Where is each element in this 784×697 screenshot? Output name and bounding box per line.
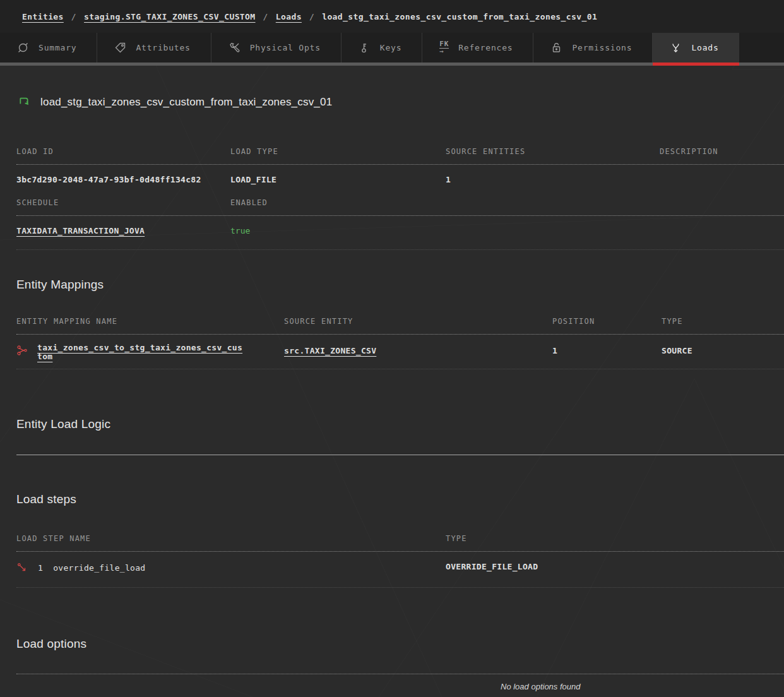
tab-physical-opts[interactable]: Physical Opts: [211, 33, 342, 63]
column-header-schedule: SCHEDULE: [16, 198, 230, 207]
breadcrumb-link-entities[interactable]: Entities: [22, 12, 64, 21]
tab-label: Attributes: [136, 43, 190, 52]
load-type-value: LOAD_FILE: [230, 175, 446, 184]
column-header-source-entities: SOURCE ENTITIES: [446, 147, 660, 156]
position-value: 1: [552, 346, 662, 361]
load-step-row: 1 override_file_load OVERRIDE_FILE_LOAD: [16, 552, 784, 588]
load-id-value: 3bc7d290-2048-47a7-93bf-0d48ff134c82: [16, 175, 230, 184]
scan-circle-icon: [17, 42, 29, 54]
tab-label: References: [458, 43, 513, 52]
tab-summary[interactable]: Summary: [0, 33, 97, 63]
wrench-icon: [229, 42, 241, 54]
column-header-source-entity: SOURCE ENTITY: [284, 317, 552, 326]
description-value: [660, 175, 784, 184]
breadcrumb-separator: /: [302, 12, 322, 21]
fk-arrow-icon: FK →: [439, 40, 449, 55]
tab-label: Loads: [691, 43, 718, 52]
load-step-index: 1: [38, 563, 43, 573]
lock-icon: [550, 42, 562, 54]
page-title: load_stg_taxi_zones_csv_custom_from_taxi…: [40, 96, 332, 109]
import-arrow-icon: [16, 93, 32, 111]
source-entities-value: 1: [446, 175, 660, 184]
breadcrumb-separator: /: [256, 12, 276, 21]
tab-label: Physical Opts: [250, 43, 321, 52]
entity-mappings-heading: Entity Mappings: [16, 278, 784, 292]
section-divider: [16, 455, 784, 455]
load-steps-table: LOAD STEP NAME TYPE 1 override_file_load…: [16, 534, 784, 588]
load-options-header-divider: [16, 674, 784, 674]
entity-mappings-table: ENTITY MAPPING NAME SOURCE ENTITY POSITI…: [16, 317, 784, 369]
active-tab-indicator: [653, 63, 739, 66]
diagonal-arrow-icon: [16, 562, 28, 573]
table-row: TAXIDATA_TRANSACTION_JOVA true: [16, 216, 784, 250]
column-header-type: TYPE: [662, 317, 784, 326]
column-header-description: DESCRIPTION: [660, 147, 784, 156]
column-header-load-id: LOAD ID: [16, 147, 230, 156]
column-header-enabled: ENABLED: [230, 198, 446, 207]
tab-label: Summary: [39, 43, 76, 52]
tab-bar: Summary Attributes Physical Opts: [0, 33, 784, 63]
load-options-heading: Load options: [16, 637, 784, 651]
breadcrumb: Entities / staging.STG_TAXI_ZONES_CSV_CU…: [0, 0, 784, 33]
column-header-load-type: LOAD TYPE: [230, 147, 446, 156]
tab-label: Keys: [380, 43, 402, 52]
tab-attributes[interactable]: Attributes: [97, 33, 211, 63]
entity-mapping-row: taxi_zones_csv_to_stg_taxi_zones_csv_cus…: [16, 335, 784, 369]
load-options-empty-message: No load options found: [501, 682, 580, 691]
entity-mapping-name-link[interactable]: taxi_zones_csv_to_stg_taxi_zones_csv_cus…: [37, 343, 247, 361]
table-row: 3bc7d290-2048-47a7-93bf-0d48ff134c82 LOA…: [16, 165, 784, 198]
enabled-value: true: [230, 226, 446, 235]
breadcrumb-separator: /: [64, 12, 84, 21]
entity-load-logic-heading: Entity Load Logic: [16, 417, 784, 431]
tab-permissions[interactable]: Permissions: [533, 33, 653, 63]
tab-keys[interactable]: Keys: [342, 33, 423, 63]
merge-down-icon: [670, 42, 682, 54]
load-step-type-value: OVERRIDE_FILE_LOAD: [446, 562, 784, 573]
column-header-load-step-name: LOAD STEP NAME: [16, 534, 446, 543]
load-details-table: LOAD ID LOAD TYPE SOURCE ENTITIES DESCRI…: [16, 147, 784, 250]
mapping-branch-icon: [16, 345, 28, 356]
schedule-link[interactable]: TAXIDATA_TRANSACTION_JOVA: [16, 226, 145, 235]
breadcrumb-link-loads[interactable]: Loads: [276, 12, 302, 21]
source-entity-link[interactable]: src.TAXI_ZONES_CSV: [284, 346, 376, 355]
column-header-entity-mapping-name: ENTITY MAPPING NAME: [16, 317, 284, 326]
tab-references[interactable]: FK → References: [422, 33, 533, 63]
load-step-name: override_file_load: [53, 563, 145, 573]
column-header-position: POSITION: [552, 317, 662, 326]
tag-icon: [114, 42, 126, 54]
tab-label: Permissions: [572, 43, 632, 52]
tab-loads[interactable]: Loads: [653, 33, 739, 63]
mapping-type-value: SOURCE: [662, 346, 784, 361]
breadcrumb-current-load: load_stg_taxi_zones_csv_custom_from_taxi…: [322, 12, 597, 21]
column-header-step-type: TYPE: [446, 534, 784, 543]
load-steps-heading: Load steps: [16, 492, 784, 506]
breadcrumb-link-entity[interactable]: staging.STG_TAXI_ZONES_CSV_CUSTOM: [84, 12, 255, 21]
page-header: load_stg_taxi_zones_csv_custom_from_taxi…: [16, 94, 784, 110]
key-icon: [359, 42, 371, 54]
